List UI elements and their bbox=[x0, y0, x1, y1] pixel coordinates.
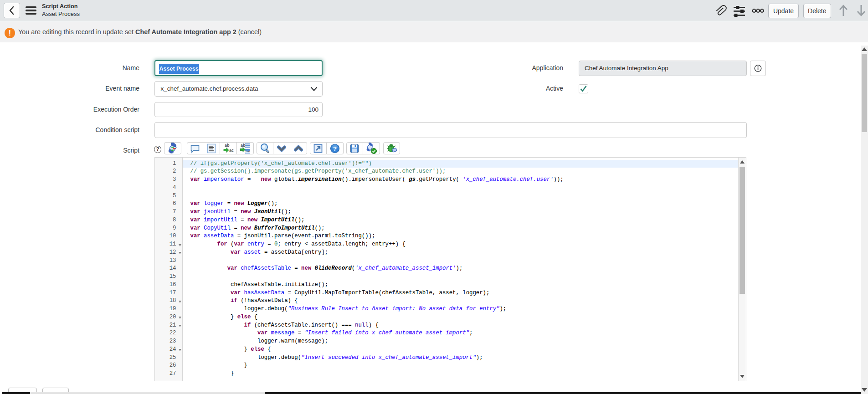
svg-text:ab: ab bbox=[225, 143, 230, 148]
svg-text:ab: ab bbox=[241, 143, 246, 148]
svg-text:?: ? bbox=[333, 145, 337, 152]
svg-text:ac: ac bbox=[229, 148, 234, 153]
